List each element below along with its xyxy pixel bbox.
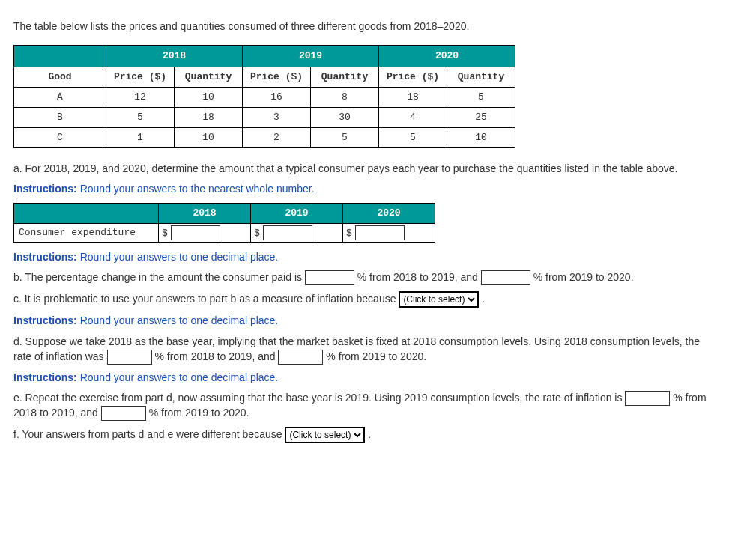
part-d-post: % from 2019 to 2020.: [323, 350, 426, 362]
table-row: C 1 10 2 5 5 10: [14, 127, 515, 147]
expend-year-2020: 2020: [343, 203, 435, 223]
table-row: A 12 10 16 8 18 5: [14, 87, 515, 107]
data-cell: 8: [311, 87, 379, 107]
expend-2018-input[interactable]: [171, 225, 220, 240]
qty-header-2020: Quantity: [447, 67, 515, 87]
data-cell: 5: [311, 127, 379, 147]
expenditure-label: Consumer expenditure: [14, 223, 159, 242]
good-header: Good: [14, 67, 106, 87]
part-e-pre: e. Repeat the exercise from part d, now …: [13, 392, 625, 404]
data-cell: 25: [447, 107, 515, 127]
data-cell: 10: [175, 127, 243, 147]
part-b-post: % from 2019 to 2020.: [530, 271, 634, 283]
c-select[interactable]: (Click to select): [399, 291, 479, 308]
instructions-label: Instructions:: [13, 371, 77, 383]
intro-text: The table below lists the prices and qua…: [13, 19, 716, 34]
part-b-pre: b. The percentage change in the amount t…: [13, 271, 305, 283]
price-header-2018: Price ($): [106, 67, 175, 87]
part-f: f. Your answers from parts d and e were …: [13, 427, 716, 443]
e-input-1[interactable]: [625, 391, 670, 406]
instructions-label: Instructions:: [13, 183, 77, 195]
d-input-1[interactable]: [107, 350, 152, 365]
year-2019-header: 2019: [243, 45, 379, 67]
part-c-post: .: [479, 293, 485, 305]
good-cell: A: [14, 87, 106, 107]
data-cell: 1: [106, 127, 175, 147]
part-e: e. Repeat the exercise from part d, now …: [13, 391, 716, 421]
data-cell: 12: [106, 87, 175, 107]
b-input-2[interactable]: [481, 270, 530, 285]
part-f-pre: f. Your answers from parts d and e were …: [13, 428, 285, 440]
data-cell: 18: [379, 87, 447, 107]
data-cell: 18: [175, 107, 243, 127]
part-c-pre: c. It is problematic to use your answers…: [13, 293, 399, 305]
part-d-mid: % from 2018 to 2019, and: [152, 350, 279, 362]
part-e-post: % from 2019 to 2020.: [146, 407, 249, 419]
f-select[interactable]: (Click to select): [285, 427, 365, 443]
instructions-text: Round your answers to one decimal place.: [77, 314, 278, 326]
part-c: c. It is problematic to use your answers…: [13, 291, 716, 308]
data-cell: 2: [243, 127, 311, 147]
expend-year-2019: 2019: [251, 203, 343, 223]
instructions-label: Instructions:: [13, 251, 77, 263]
e-input-2[interactable]: [101, 406, 146, 421]
dollar-sign: $: [254, 228, 260, 239]
instructions-text: Round your answers to the nearest whole …: [77, 183, 315, 195]
data-cell: 5: [447, 87, 515, 107]
table-row: B 5 18 3 30 4 25: [14, 107, 515, 127]
instructions-decimal-2: Instructions: Round your answers to one …: [13, 314, 716, 329]
instructions-decimal-1: Instructions: Round your answers to one …: [13, 250, 716, 265]
year-2018-header: 2018: [106, 45, 243, 67]
data-cell: 5: [106, 107, 175, 127]
instructions-label: Instructions:: [13, 314, 77, 326]
data-cell: 30: [311, 107, 379, 127]
data-cell: 3: [243, 107, 311, 127]
data-cell: 10: [447, 127, 515, 147]
data-cell: 4: [379, 107, 447, 127]
expend-2020-input[interactable]: [355, 225, 405, 240]
good-cell: B: [14, 107, 106, 127]
qty-header-2019: Quantity: [311, 67, 379, 87]
instructions-decimal-3: Instructions: Round your answers to one …: [13, 371, 716, 386]
data-cell: 16: [243, 87, 311, 107]
part-b: b. The percentage change in the amount t…: [13, 270, 716, 285]
part-f-post: .: [365, 428, 371, 440]
instructions-whole: Instructions: Round your answers to the …: [13, 182, 716, 197]
dollar-sign: $: [346, 228, 352, 239]
part-d: d. Suppose we take 2018 as the base year…: [13, 335, 716, 365]
d-input-2[interactable]: [278, 350, 323, 365]
instructions-text: Round your answers to one decimal place.: [77, 371, 278, 383]
instructions-text: Round your answers to one decimal place.: [77, 251, 278, 263]
data-cell: 10: [175, 87, 243, 107]
part-b-mid: % from 2018 to 2019, and: [354, 271, 481, 283]
expend-2019-input[interactable]: [263, 225, 312, 240]
goods-table: 2018 2019 2020 Good Price ($) Quantity P…: [13, 45, 515, 148]
expend-year-2018: 2018: [159, 203, 251, 223]
year-2020-header: 2020: [379, 45, 515, 67]
qty-header-2018: Quantity: [175, 67, 243, 87]
price-header-2019: Price ($): [243, 67, 311, 87]
dollar-sign: $: [162, 228, 168, 239]
good-cell: C: [14, 127, 106, 147]
part-a-text: a. For 2018, 2019, and 2020, determine t…: [13, 162, 716, 177]
data-cell: 5: [379, 127, 447, 147]
b-input-1[interactable]: [305, 270, 354, 285]
expenditure-table: 2018 2019 2020 Consumer expenditure $ $ …: [13, 203, 435, 243]
price-header-2020: Price ($): [379, 67, 447, 87]
